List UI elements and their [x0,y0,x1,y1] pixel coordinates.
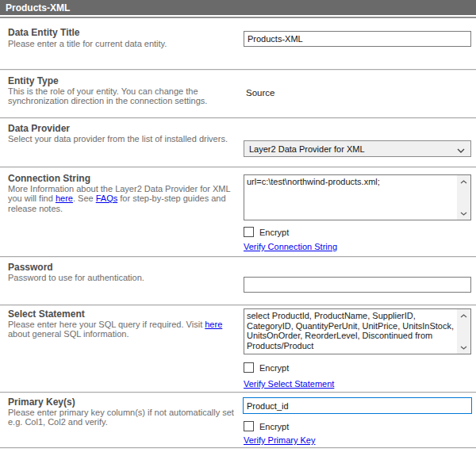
select-statement-textarea[interactable]: select ProductId, ProductName, SupplierI… [244,309,457,354]
encrypt-checkbox[interactable] [244,227,254,237]
data-entity-title-heading: Data Entity Title [8,28,238,38]
primary-keys-heading: Primary Key(s) [8,397,238,408]
password-input[interactable] [244,277,471,293]
panel-title: Products-XML [6,2,70,13]
encrypt-checkbox[interactable] [244,362,254,373]
scroll-down-icon[interactable] [458,209,470,217]
section-divider [0,305,476,305]
description-text: about general SQL information. [8,329,129,339]
data-provider-description: Select your data provider from the list … [8,134,240,144]
chevron-down-icon [457,142,465,156]
verify-select-statement-link[interactable]: Verify Select Statement [244,379,334,389]
encrypt-checkbox[interactable] [244,421,254,431]
header-underline [0,17,476,18]
verify-connection-string-link[interactable]: Verify Connection String [244,242,337,251]
connection-string-description: More Information about the Layer2 Data P… [8,184,240,213]
encrypt-label: Encrypt [259,228,289,237]
section-divider [0,167,476,167]
primary-keys-description: Please enter primary key column(s) if no… [8,408,240,427]
primary-keys-encrypt-row: Encrypt [244,421,289,431]
select-statement-textarea-frame: select ProductId, ProductName, SupplierI… [244,308,471,354]
scroll-up-icon[interactable] [458,178,470,186]
scroll-down-icon[interactable] [458,343,470,351]
data-entity-title-input[interactable] [244,31,471,47]
primary-keys-input[interactable] [243,397,472,414]
select-statement-description: Please enter here your SQL query if requ… [8,320,240,339]
here-link[interactable]: here [56,193,73,203]
select-statement-encrypt-row: Encrypt [244,362,289,373]
bottom-divider [0,447,476,448]
vertical-scrollbar[interactable] [457,175,470,220]
data-provider-heading: Data Provider [8,124,238,134]
connection-string-textarea[interactable]: url=c:\test\northwind-products.xml; [244,175,457,220]
vertical-scrollbar[interactable] [457,309,470,354]
connection-string-heading: Connection String [8,174,238,184]
connection-string-textarea-frame: url=c:\test\northwind-products.xml; [244,174,471,220]
data-provider-selected-option: Layer2 Data Provider for XML [249,144,365,154]
encrypt-label: Encrypt [259,422,289,431]
entity-type-value: Source [246,88,274,98]
panel-header: Products-XML [0,0,476,15]
description-text: Please enter here your SQL query if requ… [8,320,205,329]
scroll-up-icon[interactable] [458,312,470,320]
encrypt-label: Encrypt [259,363,289,373]
section-divider [0,256,476,257]
faqs-link[interactable]: FAQs [96,193,118,203]
data-entity-title-description: Please enter a title for current data en… [8,39,240,48]
password-description: Password to use for authentication. [8,273,240,282]
connection-string-encrypt-row: Encrypt [244,227,289,237]
verify-primary-key-link[interactable]: Verify Primary Key [244,435,315,445]
entity-type-heading: Entity Type [8,76,238,86]
section-divider [0,392,476,393]
data-provider-select[interactable]: Layer2 Data Provider for XML [244,140,471,157]
password-heading: Password [8,262,238,273]
description-text: . See [73,193,96,203]
section-divider [0,117,476,118]
select-statement-heading: Select Statement [8,309,238,320]
section-divider [0,69,476,70]
sql-here-link[interactable]: here [205,320,222,329]
entity-type-description: This is the role of your entity. You can… [8,86,240,106]
data-entity-settings-panel: Products-XML Data Entity Title Please en… [0,0,476,452]
